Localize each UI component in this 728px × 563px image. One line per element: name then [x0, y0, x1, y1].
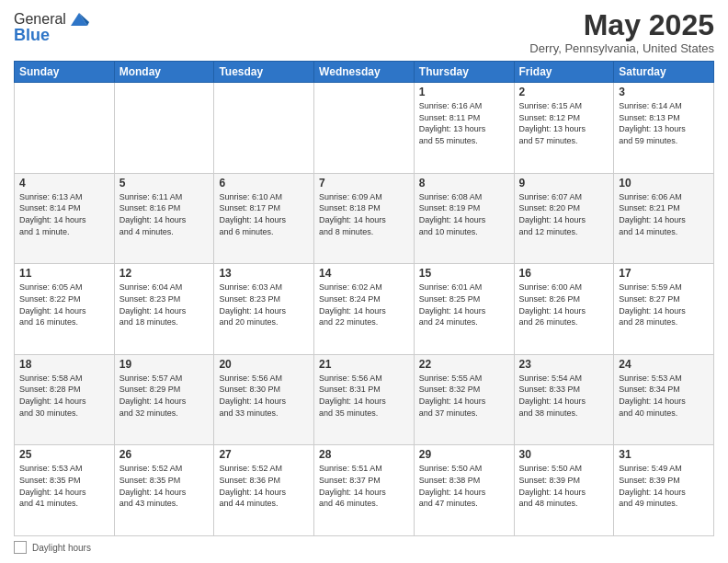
week-row-4: 18Sunrise: 5:58 AM Sunset: 8:28 PM Dayli…	[15, 354, 714, 445]
day-number: 3	[619, 86, 709, 98]
logo-icon	[69, 9, 89, 29]
cell-info: Sunrise: 6:10 AM Sunset: 8:17 PM Dayligh…	[219, 191, 309, 237]
week-row-1: 1Sunrise: 6:16 AM Sunset: 8:11 PM Daylig…	[15, 83, 714, 174]
day-number: 31	[619, 448, 709, 461]
calendar-cell: 6Sunrise: 6:10 AM Sunset: 8:17 PM Daylig…	[214, 173, 314, 264]
calendar-cell: 11Sunrise: 6:05 AM Sunset: 8:22 PM Dayli…	[15, 264, 115, 355]
title-block: May 2025 Derry, Pennsylvania, United Sta…	[529, 9, 714, 55]
cell-info: Sunrise: 6:15 AM Sunset: 8:12 PM Dayligh…	[519, 100, 609, 146]
day-number: 19	[119, 358, 210, 371]
day-number: 29	[419, 448, 509, 461]
calendar-cell: 31Sunrise: 5:49 AM Sunset: 8:39 PM Dayli…	[614, 445, 714, 536]
calendar-cell	[15, 83, 115, 174]
cell-info: Sunrise: 5:53 AM Sunset: 8:35 PM Dayligh…	[19, 463, 109, 509]
cell-info: Sunrise: 5:53 AM Sunset: 8:34 PM Dayligh…	[619, 373, 709, 419]
calendar-cell	[314, 83, 415, 174]
day-number: 10	[619, 177, 709, 190]
day-header-sunday: Sunday	[15, 62, 115, 83]
day-number: 13	[219, 267, 309, 280]
calendar-cell: 4Sunrise: 6:13 AM Sunset: 8:14 PM Daylig…	[15, 173, 115, 264]
cell-info: Sunrise: 6:16 AM Sunset: 8:11 PM Dayligh…	[419, 100, 509, 146]
day-header-wednesday: Wednesday	[314, 62, 415, 83]
day-number: 1	[419, 86, 509, 98]
footer: Daylight hours	[14, 541, 714, 554]
calendar-cell: 20Sunrise: 5:56 AM Sunset: 8:30 PM Dayli…	[214, 354, 314, 445]
calendar-cell: 5Sunrise: 6:11 AM Sunset: 8:16 PM Daylig…	[114, 173, 214, 264]
calendar-cell: 7Sunrise: 6:09 AM Sunset: 8:18 PM Daylig…	[314, 173, 415, 264]
day-number: 4	[19, 177, 109, 190]
day-number: 24	[619, 358, 709, 371]
calendar-cell: 17Sunrise: 5:59 AM Sunset: 8:27 PM Dayli…	[614, 264, 714, 355]
day-number: 5	[119, 177, 210, 190]
day-header-friday: Friday	[514, 62, 614, 83]
day-number: 18	[19, 358, 109, 371]
calendar-cell: 23Sunrise: 5:54 AM Sunset: 8:33 PM Dayli…	[514, 354, 614, 445]
cell-info: Sunrise: 6:09 AM Sunset: 8:18 PM Dayligh…	[319, 191, 409, 237]
cell-info: Sunrise: 6:04 AM Sunset: 8:23 PM Dayligh…	[119, 282, 210, 327]
cell-info: Sunrise: 5:51 AM Sunset: 8:37 PM Dayligh…	[319, 463, 409, 509]
day-number: 25	[19, 448, 109, 461]
calendar-cell: 10Sunrise: 6:06 AM Sunset: 8:21 PM Dayli…	[614, 173, 714, 264]
month-title: May 2025	[529, 9, 714, 41]
calendar-cell: 14Sunrise: 6:02 AM Sunset: 8:24 PM Dayli…	[314, 264, 415, 355]
day-header-tuesday: Tuesday	[214, 62, 314, 83]
page: General Blue May 2025 Derry, Pennsylvani…	[0, 0, 728, 563]
cell-info: Sunrise: 6:13 AM Sunset: 8:14 PM Dayligh…	[19, 191, 109, 237]
cell-info: Sunrise: 5:54 AM Sunset: 8:33 PM Dayligh…	[519, 373, 609, 419]
cell-info: Sunrise: 6:14 AM Sunset: 8:13 PM Dayligh…	[619, 100, 709, 146]
day-number: 22	[419, 358, 509, 371]
day-number: 20	[219, 358, 309, 371]
calendar-cell: 9Sunrise: 6:07 AM Sunset: 8:20 PM Daylig…	[514, 173, 614, 264]
calendar-cell: 18Sunrise: 5:58 AM Sunset: 8:28 PM Dayli…	[15, 354, 115, 445]
calendar-table: SundayMondayTuesdayWednesdayThursdayFrid…	[14, 61, 714, 536]
cell-info: Sunrise: 6:08 AM Sunset: 8:19 PM Dayligh…	[419, 191, 509, 237]
daylight-label: Daylight hours	[32, 543, 91, 553]
cell-info: Sunrise: 5:50 AM Sunset: 8:39 PM Dayligh…	[519, 463, 609, 509]
cell-info: Sunrise: 5:52 AM Sunset: 8:36 PM Dayligh…	[219, 463, 309, 509]
week-row-2: 4Sunrise: 6:13 AM Sunset: 8:14 PM Daylig…	[15, 173, 714, 264]
cell-info: Sunrise: 5:49 AM Sunset: 8:39 PM Dayligh…	[619, 463, 709, 509]
day-number: 17	[619, 267, 709, 280]
calendar-cell	[114, 83, 214, 174]
day-number: 30	[519, 448, 609, 461]
day-number: 11	[19, 267, 109, 280]
day-number: 23	[519, 358, 609, 371]
day-number: 2	[519, 86, 609, 98]
day-number: 21	[319, 358, 409, 371]
calendar-cell: 1Sunrise: 6:16 AM Sunset: 8:11 PM Daylig…	[414, 83, 514, 174]
day-number: 7	[319, 177, 409, 190]
day-header-thursday: Thursday	[414, 62, 514, 83]
calendar-cell: 13Sunrise: 6:03 AM Sunset: 8:23 PM Dayli…	[214, 264, 314, 355]
calendar-cell: 25Sunrise: 5:53 AM Sunset: 8:35 PM Dayli…	[15, 445, 115, 536]
calendar-cell: 16Sunrise: 6:00 AM Sunset: 8:26 PM Dayli…	[514, 264, 614, 355]
cell-info: Sunrise: 6:11 AM Sunset: 8:16 PM Dayligh…	[119, 191, 210, 237]
cell-info: Sunrise: 6:01 AM Sunset: 8:25 PM Dayligh…	[419, 282, 509, 327]
calendar-cell: 19Sunrise: 5:57 AM Sunset: 8:29 PM Dayli…	[114, 354, 214, 445]
cell-info: Sunrise: 5:57 AM Sunset: 8:29 PM Dayligh…	[119, 373, 210, 419]
day-header-row: SundayMondayTuesdayWednesdayThursdayFrid…	[15, 62, 714, 83]
cell-info: Sunrise: 5:56 AM Sunset: 8:31 PM Dayligh…	[319, 373, 409, 419]
day-header-monday: Monday	[114, 62, 214, 83]
logo: General Blue	[14, 9, 89, 45]
calendar-body: 1Sunrise: 6:16 AM Sunset: 8:11 PM Daylig…	[15, 83, 714, 536]
cell-info: Sunrise: 6:00 AM Sunset: 8:26 PM Dayligh…	[519, 282, 609, 327]
cell-info: Sunrise: 5:52 AM Sunset: 8:35 PM Dayligh…	[119, 463, 210, 509]
week-row-5: 25Sunrise: 5:53 AM Sunset: 8:35 PM Dayli…	[15, 445, 714, 536]
day-number: 26	[119, 448, 210, 461]
calendar-cell: 28Sunrise: 5:51 AM Sunset: 8:37 PM Dayli…	[314, 445, 415, 536]
cell-info: Sunrise: 5:50 AM Sunset: 8:38 PM Dayligh…	[419, 463, 509, 509]
header: General Blue May 2025 Derry, Pennsylvani…	[14, 9, 714, 55]
calendar-cell: 26Sunrise: 5:52 AM Sunset: 8:35 PM Dayli…	[114, 445, 214, 536]
calendar-cell: 29Sunrise: 5:50 AM Sunset: 8:38 PM Dayli…	[414, 445, 514, 536]
day-number: 8	[419, 177, 509, 190]
calendar-header: SundayMondayTuesdayWednesdayThursdayFrid…	[15, 62, 714, 83]
calendar-cell: 15Sunrise: 6:01 AM Sunset: 8:25 PM Dayli…	[414, 264, 514, 355]
daylight-box	[14, 541, 27, 554]
day-header-saturday: Saturday	[614, 62, 714, 83]
day-number: 14	[319, 267, 409, 280]
calendar-cell: 3Sunrise: 6:14 AM Sunset: 8:13 PM Daylig…	[614, 83, 714, 174]
cell-info: Sunrise: 6:06 AM Sunset: 8:21 PM Dayligh…	[619, 191, 709, 237]
calendar-cell: 22Sunrise: 5:55 AM Sunset: 8:32 PM Dayli…	[414, 354, 514, 445]
day-number: 16	[519, 267, 609, 280]
day-number: 12	[119, 267, 210, 280]
